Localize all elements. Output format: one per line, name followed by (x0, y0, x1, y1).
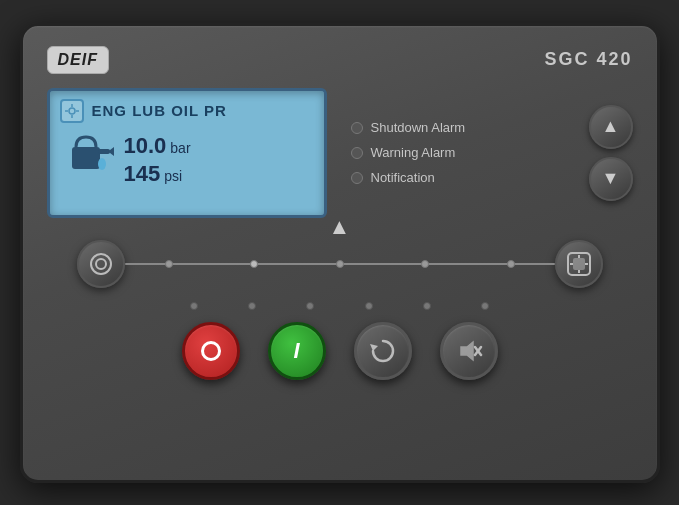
svg-marker-18 (461, 342, 473, 360)
svg-point-0 (69, 108, 75, 114)
lcd-top-row: ENG LUB OIL PR (60, 99, 314, 123)
middle-section: ENG LUB OIL PR (47, 88, 633, 218)
lcd-display: ENG LUB OIL PR (47, 88, 327, 218)
lcd-bar-unit: bar (170, 140, 190, 156)
dot-2 (250, 260, 258, 268)
svg-rect-12 (573, 258, 585, 270)
alarm-item-warning: Warning Alarm (351, 145, 466, 160)
stop-symbol (201, 341, 221, 361)
notification-label: Notification (371, 170, 435, 185)
lcd-values: 10.0 bar 145 psi (124, 129, 191, 187)
lcd-left-icons (64, 129, 114, 179)
dot-5 (507, 260, 515, 268)
settings-icon (60, 99, 84, 123)
notification-led (351, 172, 363, 184)
lcd-title: ENG LUB OIL PR (92, 102, 227, 119)
led-6 (481, 302, 489, 310)
svg-marker-17 (370, 344, 378, 351)
svg-rect-5 (72, 147, 100, 169)
dot-3 (336, 260, 344, 268)
start-symbol: I (293, 338, 299, 364)
model-label: SGC 420 (544, 49, 632, 70)
lcd-value-row-bar: 10.0 bar (124, 133, 191, 159)
action-row: I (182, 322, 498, 380)
oil-can-icon (64, 129, 114, 179)
lcd-content: 10.0 bar 145 psi (60, 129, 314, 187)
lcd-psi-unit: psi (164, 168, 182, 184)
svg-point-8 (98, 158, 106, 170)
led-3 (306, 302, 314, 310)
led-4 (365, 302, 373, 310)
alarm-item-shutdown: Shutdown Alarm (351, 120, 466, 135)
spin-button[interactable] (354, 322, 412, 380)
lcd-bar-value: 10.0 (124, 133, 167, 159)
led-2 (248, 302, 256, 310)
device-panel: DEIF SGC 420 ENG LUB OIL PR (20, 23, 660, 483)
warning-label: Warning Alarm (371, 145, 456, 160)
alarm-item-notification: Notification (351, 170, 466, 185)
dot-indicators (125, 260, 555, 268)
deif-logo: DEIF (47, 46, 109, 74)
shutdown-led (351, 122, 363, 134)
stop-button[interactable] (182, 322, 240, 380)
svg-point-9 (91, 254, 111, 274)
dot-1 (165, 260, 173, 268)
led-5 (423, 302, 431, 310)
start-button[interactable]: I (268, 322, 326, 380)
shutdown-label: Shutdown Alarm (371, 120, 466, 135)
alarm-panel: Shutdown Alarm Warning Alarm Notificatio… (351, 120, 466, 185)
mode-row: ▲ (47, 234, 633, 294)
nav-down-button[interactable]: ▼ (589, 157, 633, 201)
svg-marker-7 (108, 147, 114, 156)
led-1 (190, 302, 198, 310)
lcd-value-row-psi: 145 psi (124, 161, 191, 187)
nav-buttons: ▲ ▼ (589, 105, 633, 201)
control-section: ▲ (47, 234, 633, 460)
nav-up-button[interactable]: ▲ (589, 105, 633, 149)
top-bar: DEIF SGC 420 (47, 46, 633, 74)
dot-4 (421, 260, 429, 268)
led-row (130, 302, 550, 310)
mute-button[interactable] (440, 322, 498, 380)
indicator-arrow: ▲ (329, 216, 351, 238)
svg-point-10 (96, 259, 106, 269)
auto-mode-button[interactable] (555, 240, 603, 288)
manual-mode-button[interactable] (77, 240, 125, 288)
warning-led (351, 147, 363, 159)
lcd-psi-value: 145 (124, 161, 161, 187)
